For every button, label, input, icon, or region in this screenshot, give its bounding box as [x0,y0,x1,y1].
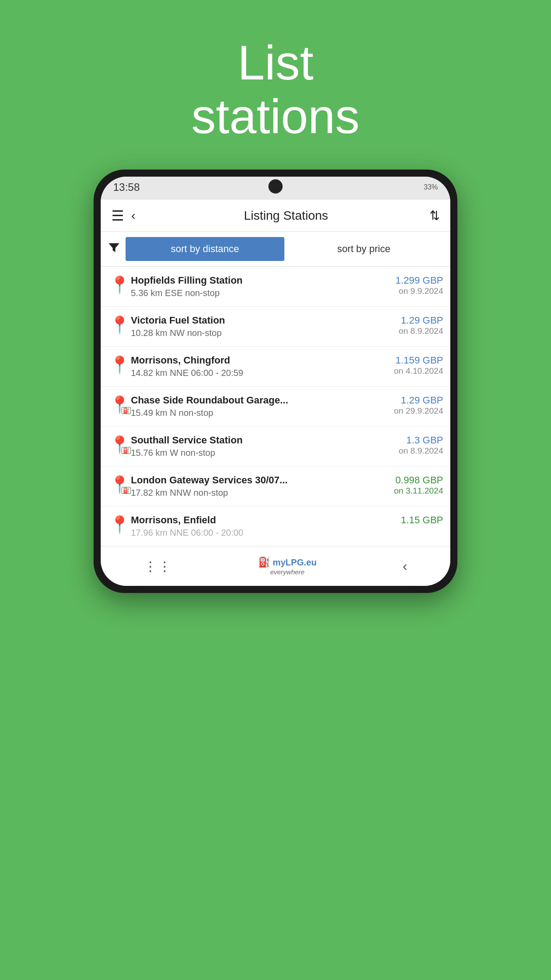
station-name: Morrisons, Chingford [131,355,381,366]
station-detail: 15.76 km W non-stop [131,448,381,458]
station-info: Victoria Fuel Station 10.28 km NW non-st… [131,315,381,338]
station-item[interactable]: 📍 Morrisons, Chingford 14.82 km NNE 06:0… [101,347,450,387]
station-price: 1.29 GBP [381,395,443,406]
station-icon: 📍 [108,516,131,533]
status-battery: 33% [424,183,438,191]
station-price: 0.998 GBP [381,474,443,486]
station-price: 1.3 GBP [381,435,443,446]
station-price-wrap: 1.3 GBP on 8.9.2024 [381,435,443,456]
top-bar: ☰ ‹ Listing Stations ⇅ [101,200,450,232]
page-title: List stations [191,36,359,143]
sort-toggle-icon[interactable]: ⇅ [429,208,440,223]
station-item[interactable]: 📍 Morrisons, Enfield 17.96 km NNE 06:00 … [101,506,450,546]
station-name: Victoria Fuel Station [131,315,381,326]
station-icon: 📍 [108,316,131,333]
station-icon: 📍 [108,277,131,293]
phone-mockup: 13:58 33% ☰ ‹ Listing Stations ⇅ [94,170,457,593]
station-info: Morrisons, Chingford 14.82 km NNE 06:00 … [131,355,381,378]
station-price-wrap: 1.299 GBP on 9.9.2024 [381,275,443,296]
station-price: 1.15 GBP [381,514,443,526]
filter-icon[interactable] [108,241,120,257]
station-name: Southall Service Station [131,435,381,446]
station-detail: 14.82 km NNE 06:00 - 20:59 [131,368,381,378]
station-detail: 5.36 km ESE non-stop [131,288,381,298]
station-detail: 17.82 km NNW non-stop [131,488,381,498]
status-time: 13:58 [113,181,140,194]
station-name: Chase Side Roundabout Garage... [131,395,381,406]
hamburger-icon[interactable]: ☰ [111,207,124,224]
station-info: London Gateway Services 30/07... 17.82 k… [131,474,381,498]
station-date: on 3.11.2024 [381,486,443,496]
sort-tabs: sort by distance sort by price [126,237,443,261]
nav-back-icon[interactable]: ‹ [402,558,407,574]
station-price-wrap: 0.998 GBP on 3.11.2024 [381,474,443,496]
station-item[interactable]: 📍 Hopfields Filling Station 5.36 km ESE … [101,267,450,307]
phone-screen: 13:58 33% ☰ ‹ Listing Stations ⇅ [101,177,450,586]
bottom-logo: ⛽ myLPG.eu everywhere [258,557,317,576]
station-price: 1.159 GBP [381,355,443,366]
bottom-bar: ⋮⋮ ⛽ myLPG.eu everywhere ‹ [101,546,450,586]
station-name: London Gateway Services 30/07... [131,474,381,486]
station-item[interactable]: 📍 ⛽ Chase Side Roundabout Garage... 15.4… [101,387,450,427]
station-item[interactable]: 📍 ⛽ London Gateway Services 30/07... 17.… [101,466,450,506]
station-date: on 9.9.2024 [381,286,443,296]
station-detail: 17.96 km NNE 06:00 - 20:00 [131,528,381,538]
camera-notch [268,179,283,194]
sort-by-price-tab[interactable]: sort by price [284,237,443,261]
back-icon[interactable]: ‹ [131,209,135,223]
station-icon: 📍 ⛽ [108,436,131,453]
station-price: 1.299 GBP [381,275,443,286]
station-icon: 📍 ⛽ [108,396,131,413]
station-price-wrap: 1.159 GBP on 4.10.2024 [381,355,443,376]
status-bar: 13:58 33% [101,177,450,200]
station-date: on 8.9.2024 [381,446,443,456]
station-price-wrap: 1.29 GBP on 8.9.2024 [381,315,443,336]
status-icons: 33% [424,183,438,191]
station-icon: 📍 ⛽ [108,476,131,493]
station-list: 📍 Hopfields Filling Station 5.36 km ESE … [101,267,450,546]
station-item[interactable]: 📍 ⛽ Southall Service Station 15.76 km W … [101,427,450,466]
sort-by-distance-tab[interactable]: sort by distance [126,237,284,261]
station-price: 1.29 GBP [381,315,443,326]
station-date: on 4.10.2024 [381,366,443,376]
station-icon: 📍 [108,356,131,373]
station-info: Hopfields Filling Station 5.36 km ESE no… [131,275,381,298]
station-detail: 10.28 km NW non-stop [131,328,381,338]
station-date: on 8.9.2024 [381,326,443,336]
station-info: Southall Service Station 15.76 km W non-… [131,435,381,458]
station-detail: 15.49 km N non-stop [131,408,381,418]
nav-menu-icon[interactable]: ⋮⋮ [144,558,172,574]
svg-marker-0 [109,243,119,252]
station-date: on 29.9.2024 [381,406,443,416]
station-price-wrap: 1.29 GBP on 29.9.2024 [381,395,443,416]
station-info: Chase Side Roundabout Garage... 15.49 km… [131,395,381,418]
page-title-block: List stations [191,0,359,143]
station-price-wrap: 1.15 GBP [381,514,443,526]
station-info: Morrisons, Enfield 17.96 km NNE 06:00 - … [131,514,381,538]
station-name: Hopfields Filling Station [131,275,381,286]
station-name: Morrisons, Enfield [131,514,381,526]
station-item[interactable]: 📍 Victoria Fuel Station 10.28 km NW non-… [101,307,450,347]
filter-bar: sort by distance sort by price [101,232,450,267]
app-title: Listing Stations [142,209,429,223]
